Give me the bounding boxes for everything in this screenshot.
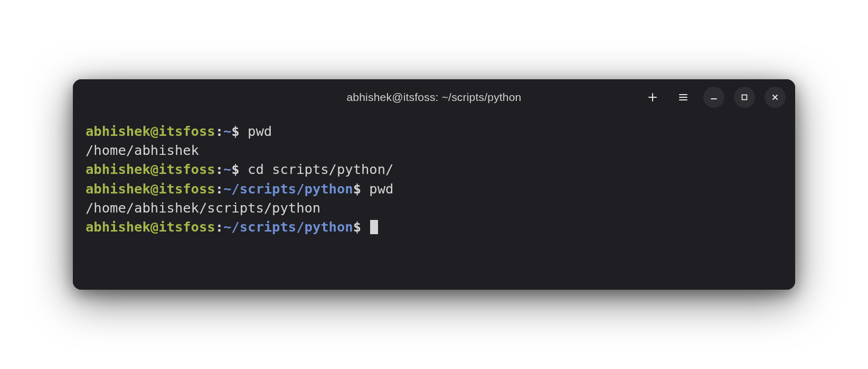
- prompt-path: ~: [223, 161, 231, 177]
- terminal-line: /home/abhishek/scripts/python: [86, 198, 782, 217]
- command-text: pwd: [369, 181, 393, 197]
- command-output: /home/abhishek: [86, 142, 199, 158]
- new-tab-button[interactable]: [642, 87, 663, 108]
- prompt-path: ~/scripts/python: [223, 181, 353, 197]
- cursor: [370, 220, 378, 234]
- terminal-body[interactable]: abhishek@itsfoss:~$ pwd/home/abhishekabh…: [73, 115, 795, 290]
- prompt-dollar: $: [353, 219, 370, 235]
- prompt-userhost: abhishek@itsfoss: [86, 123, 215, 139]
- maximize-button[interactable]: [734, 87, 755, 108]
- terminal-line: abhishek@itsfoss:~/scripts/python$ pwd: [86, 179, 782, 198]
- terminal-line: abhishek@itsfoss:~$ pwd: [86, 122, 782, 141]
- prompt-path: ~/scripts/python: [223, 219, 353, 235]
- minimize-button[interactable]: [703, 87, 724, 108]
- prompt-dollar: $: [231, 161, 248, 177]
- prompt-separator: :: [215, 181, 223, 197]
- svg-rect-0: [742, 95, 747, 100]
- prompt-path: ~: [223, 123, 231, 139]
- prompt-separator: :: [215, 161, 223, 177]
- window-title: abhishek@itsfoss: ~/scripts/python: [346, 91, 521, 104]
- prompt-dollar: $: [231, 123, 248, 139]
- prompt-userhost: abhishek@itsfoss: [86, 161, 215, 177]
- menu-button[interactable]: [673, 87, 694, 108]
- prompt-userhost: abhishek@itsfoss: [86, 181, 215, 197]
- command-text: cd scripts/python/: [248, 161, 393, 177]
- titlebar: abhishek@itsfoss: ~/scripts/python: [73, 79, 795, 115]
- terminal-line: abhishek@itsfoss:~/scripts/python$: [86, 217, 782, 236]
- command-text: pwd: [248, 123, 272, 139]
- prompt-userhost: abhishek@itsfoss: [86, 219, 215, 235]
- prompt-dollar: $: [353, 181, 370, 197]
- prompt-separator: :: [215, 123, 223, 139]
- prompt-separator: :: [215, 219, 223, 235]
- terminal-line: /home/abhishek: [86, 141, 782, 160]
- plus-icon: [647, 92, 658, 103]
- terminal-window: abhishek@itsfoss: ~/scripts/python: [73, 79, 795, 290]
- terminal-line: abhishek@itsfoss:~$ cd scripts/python/: [86, 160, 782, 179]
- minimize-icon: [710, 93, 718, 102]
- command-output: /home/abhishek/scripts/python: [86, 200, 320, 216]
- close-button[interactable]: [765, 87, 786, 108]
- close-icon: [771, 93, 779, 102]
- maximize-icon: [740, 93, 749, 102]
- titlebar-actions: [642, 87, 786, 108]
- hamburger-icon: [678, 92, 688, 103]
